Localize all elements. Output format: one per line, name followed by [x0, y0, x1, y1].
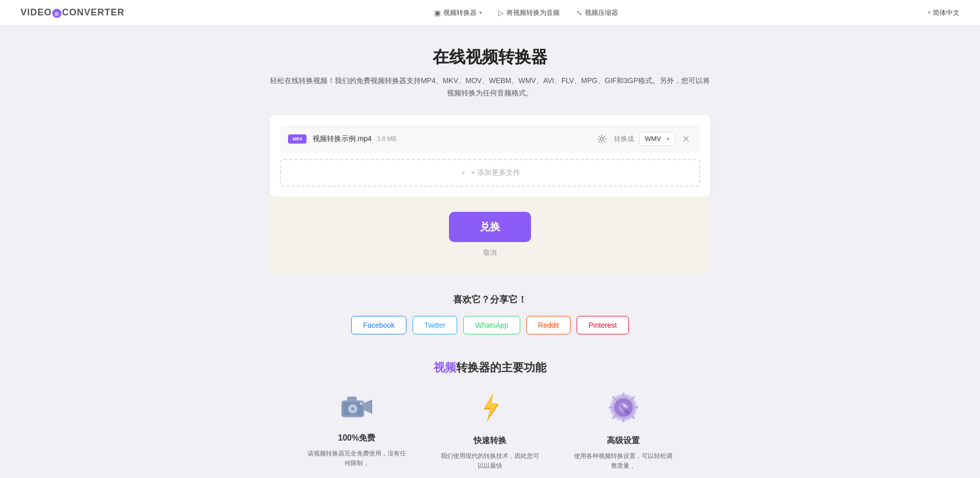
- nav-label-video-converter: 视频转换器: [443, 8, 477, 17]
- share-facebook-button[interactable]: Facebook: [351, 316, 406, 334]
- features-title-suffix: 转换器的主要功能: [456, 361, 546, 374]
- header: VIDEO◎CONVERTER ▣ 视频转换器 ▾ ▷ 将视频转换为音频 ⤡ 视…: [0, 0, 980, 26]
- share-twitter-button[interactable]: Twitter: [413, 316, 457, 334]
- logo-video-text: VIDEO: [21, 7, 52, 17]
- file-size: 3.8 MB: [377, 135, 396, 143]
- file-settings-button[interactable]: [595, 132, 609, 146]
- share-pinterest-button[interactable]: Pinterest: [577, 316, 628, 334]
- share-reddit-button[interactable]: Reddit: [526, 316, 570, 334]
- feature-free-desc: 该视频转换器完全免费使用，没有任何限制，: [305, 449, 408, 468]
- language-label: 简体中文: [933, 8, 959, 17]
- feature-free-title: 100%免费: [338, 433, 376, 444]
- file-type-badge: MP4: [288, 134, 307, 144]
- add-more-files-button[interactable]: ＋ + 添加更多文件: [280, 159, 700, 187]
- video-to-audio-icon: ▷: [498, 9, 504, 17]
- convert-section: 兑换 取消: [270, 196, 710, 273]
- cancel-button[interactable]: 取消: [483, 248, 497, 257]
- nav-label-video-to-audio: 将视频转换为音频: [506, 8, 560, 17]
- nav-item-video-compressor[interactable]: ⤡ 视频压缩器: [576, 8, 618, 17]
- gear-advanced-icon: [607, 391, 640, 428]
- feature-advanced-title: 高级设置: [607, 435, 640, 446]
- svg-point-5: [351, 407, 355, 410]
- logo-converter-text: CONVERTER: [62, 7, 125, 17]
- page-title-section: 在线视频转换器 轻松在线转换视频！我们的免费视频转换器支持MP4、MKV、MOV…: [270, 46, 710, 99]
- main-content: 在线视频转换器 轻松在线转换视频！我们的免费视频转换器支持MP4、MKV、MOV…: [259, 26, 721, 478]
- file-actions: 转换成 WMV ▾ ✕: [595, 131, 692, 147]
- features-title-highlight: 视频: [434, 361, 456, 374]
- add-more-label: + 添加更多文件: [471, 168, 520, 177]
- gear-settings-icon: [597, 134, 607, 144]
- main-nav: ▣ 视频转换器 ▾ ▷ 将视频转换为音频 ⤡ 视频压缩器: [434, 8, 618, 17]
- share-section: 喜欢它？分享它！ Facebook Twitter WhatsApp Reddi…: [270, 273, 710, 345]
- convert-label: 转换成: [614, 134, 634, 144]
- file-name: 视频转换示例.mp4: [313, 134, 372, 144]
- remove-file-button[interactable]: ✕: [680, 131, 692, 147]
- logo-dot: ◎: [52, 9, 62, 18]
- feature-free: 100%免费 该视频转换器完全免费使用，没有任何限制，: [305, 391, 408, 471]
- chevron-down-icon: ▾: [479, 10, 482, 15]
- share-buttons: Facebook Twitter WhatsApp Reddit Pintere…: [280, 316, 700, 334]
- plus-icon: ＋: [460, 168, 467, 177]
- convert-button[interactable]: 兑换: [449, 212, 531, 242]
- feature-advanced: 高级设置 使用各种视频转换设置，可以轻松调整质量，: [572, 391, 675, 471]
- format-chevron-icon: ▾: [667, 136, 669, 142]
- features-title: 视频转换器的主要功能: [280, 360, 700, 375]
- nav-item-video-converter[interactable]: ▣ 视频转换器 ▾: [434, 8, 482, 17]
- selected-format: WMV: [645, 135, 661, 143]
- share-whatsapp-button[interactable]: WhatsApp: [463, 316, 520, 334]
- nav-item-video-to-audio[interactable]: ▷ 将视频转换为音频: [498, 8, 560, 17]
- features-section: 视频转换器的主要功能: [270, 345, 710, 478]
- svg-point-9: [360, 402, 362, 405]
- nav-label-video-compressor: 视频压缩器: [585, 8, 618, 17]
- logo[interactable]: VIDEO◎CONVERTER: [21, 7, 125, 18]
- feature-fast-desc: 我们使用现代的转换技术，因此您可以以最快: [439, 451, 541, 471]
- lightning-icon: [475, 391, 505, 428]
- page-subtitle: 轻松在线转换视频！我们的免费视频转换器支持MP4、MKV、MOV、WEBM、WM…: [270, 75, 710, 99]
- chevron-lang-icon: ▾: [928, 9, 931, 16]
- close-icon: ✕: [682, 133, 690, 145]
- page-title: 在线视频转换器: [270, 46, 710, 69]
- share-title: 喜欢它？分享它！: [280, 293, 700, 306]
- file-info: 视频转换示例.mp4 3.8 MB: [313, 134, 588, 144]
- camera-icon: [339, 391, 375, 426]
- feature-fast: 快速转换 我们使用现代的转换技术，因此您可以以最快: [439, 391, 541, 471]
- language-selector[interactable]: ▾ 简体中文: [928, 8, 959, 17]
- video-converter-icon: ▣: [434, 9, 441, 17]
- feature-advanced-desc: 使用各种视频转换设置，可以轻松调整质量，: [572, 451, 675, 471]
- feature-fast-title: 快速转换: [474, 435, 506, 446]
- format-selector[interactable]: WMV ▾: [639, 132, 675, 146]
- video-compressor-icon: ⤡: [576, 9, 582, 17]
- svg-point-0: [600, 137, 603, 141]
- features-grid: 100%免费 该视频转换器完全免费使用，没有任何限制， 快速转换 我们使用现代的…: [280, 391, 700, 471]
- file-row: MP4 视频转换示例.mp4 3.8 MB 转换成 WMV ▾: [280, 125, 700, 153]
- svg-rect-6: [347, 396, 357, 401]
- upload-card: MP4 视频转换示例.mp4 3.8 MB 转换成 WMV ▾: [270, 115, 710, 197]
